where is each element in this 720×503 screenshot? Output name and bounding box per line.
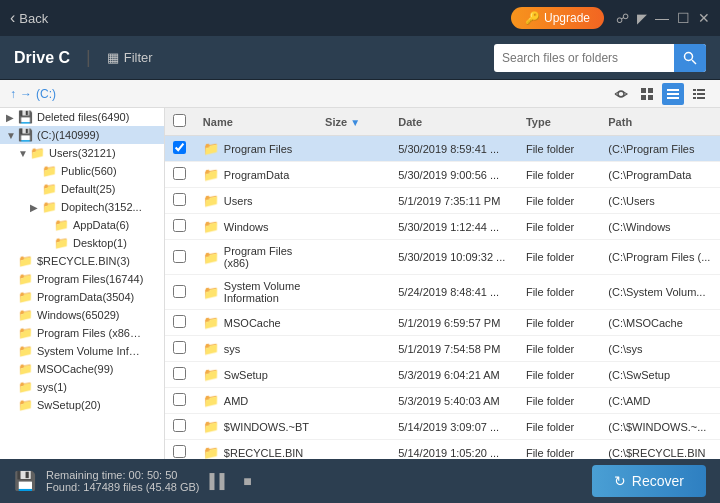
sidebar-item-public[interactable]: 📁 Public(560) [0,162,164,180]
svg-rect-11 [697,89,705,91]
table-row[interactable]: 📁 $WINDOWS.~BT 5/14/2019 3:09:07 ... Fil… [165,414,720,440]
row-checkbox-cell [165,362,195,388]
row-checkbox[interactable] [173,141,186,154]
toggle-icon [30,184,42,195]
row-path-cell: (C:\Program Files (... [600,240,720,275]
table-row[interactable]: 📁 Program Files (x86) 5/30/2019 10:09:32… [165,240,720,275]
taskbar-icon[interactable]: ☍ [616,11,629,26]
table-row[interactable]: 📁 ProgramData 5/30/2019 9:00:56 ... File… [165,162,720,188]
table-row[interactable]: 📁 Users 5/1/2019 7:35:11 PM File folder … [165,188,720,214]
svg-rect-5 [641,95,646,100]
row-checkbox[interactable] [173,193,186,206]
sidebar-item-msocache[interactable]: 📁 MSOCache(99) [0,360,164,378]
preview-view-icon[interactable] [610,83,632,105]
back-button[interactable]: ‹ Back [10,9,48,27]
sidebar-item-windows[interactable]: 📁 Windows(65029) [0,306,164,324]
row-type-cell: File folder [518,336,600,362]
row-path-cell: (C:\$WINDOWS.~... [600,414,720,440]
row-checkbox[interactable] [173,367,186,380]
file-list: Name Size ▼ Date Type Path 📁 Program Fil… [165,108,720,459]
sidebar-item-swsetup[interactable]: 📁 SwSetup(20) [0,396,164,414]
sidebar-item-sys[interactable]: 📁 sys(1) [0,378,164,396]
detail-view-icon[interactable] [688,83,710,105]
folder-icon: 📁 [18,362,34,376]
table-row[interactable]: 📁 AMD 5/3/2019 5:40:03 AM File folder (C… [165,388,720,414]
row-checkbox[interactable] [173,285,186,298]
table-row[interactable]: 📁 MSOCache 5/1/2019 6:59:57 PM File fold… [165,310,720,336]
row-checkbox[interactable] [173,167,186,180]
col-path-header[interactable]: Path [600,108,720,136]
row-type-cell: File folder [518,240,600,275]
row-checkbox[interactable] [173,315,186,328]
sidebar-item-default[interactable]: 📁 Default(25) [0,180,164,198]
sidebar-item-desktop[interactable]: 📁 Desktop(1) [0,234,164,252]
sidebar-item-label: Windows(65029) [37,309,120,321]
list-view-icon[interactable] [662,83,684,105]
row-size-cell [317,214,390,240]
col-type-header[interactable]: Type [518,108,600,136]
minimize-button[interactable]: — [655,10,669,26]
search-input[interactable] [494,51,674,65]
stop-button[interactable]: ■ [237,471,257,491]
row-date-cell: 5/3/2019 6:04:21 AM [390,362,518,388]
nav-up-icon[interactable]: ↑ [10,87,16,101]
table-row[interactable]: 📁 SwSetup 5/3/2019 6:04:21 AM File folde… [165,362,720,388]
upgrade-button[interactable]: 🔑 Upgrade [511,7,604,29]
col-size-header[interactable]: Size ▼ [317,108,390,136]
sidebar-item-deleted[interactable]: ▶ 💾 Deleted files(6490) [0,108,164,126]
sidebar-item-users[interactable]: ▼ 📁 Users(32121) [0,144,164,162]
table-row[interactable]: 📁 Windows 5/30/2019 1:12:44 ... File fol… [165,214,720,240]
sidebar-item-programfiles[interactable]: 📁 Program Files(16744) [0,270,164,288]
table-row[interactable]: 📁 System Volume Information 5/24/2019 8:… [165,275,720,310]
row-checkbox[interactable] [173,419,186,432]
folder-icon: 📁 [18,254,34,268]
sidebar-item-dopitech[interactable]: ▶ 📁 Dopitech(3152... [0,198,164,216]
folder-icon: 📁 [203,193,219,208]
nav-forward-icon[interactable]: → [20,87,32,101]
row-path-cell: (C:\$RECYCLE.BIN [600,440,720,460]
sidebar-item-sysvolinfo[interactable]: 📁 System Volume Inform... [0,342,164,360]
row-date-cell: 5/30/2019 9:00:56 ... [390,162,518,188]
row-checkbox[interactable] [173,250,186,263]
row-type-cell: File folder [518,214,600,240]
close-button[interactable]: ✕ [698,10,710,26]
row-size-cell [317,336,390,362]
sidebar-item-c-drive[interactable]: ▼ 💾 (C:)(140999) [0,126,164,144]
sidebar-item-programdata[interactable]: 📁 ProgramData(3504) [0,288,164,306]
table-row[interactable]: 📁 Program Files 5/30/2019 8:59:41 ... Fi… [165,136,720,162]
file-name: MSOCache [224,317,281,329]
recover-button[interactable]: ↻ Recover [592,465,706,497]
toggle-icon [30,166,42,177]
grid-view-icon[interactable] [636,83,658,105]
sidebar-item-recycle[interactable]: 📁 $RECYCLE.BIN(3) [0,252,164,270]
row-name-cell: 📁 Program Files [195,136,317,162]
svg-rect-9 [667,97,679,99]
table-row[interactable]: 📁 $RECYCLE.BIN 5/14/2019 1:05:20 ... Fil… [165,440,720,460]
breadcrumb-path[interactable]: (C:) [36,87,56,101]
filter-button[interactable]: ▦ Filter [107,50,153,65]
row-checkbox[interactable] [173,341,186,354]
row-path-cell: (C:\ProgramData [600,162,720,188]
row-checkbox[interactable] [173,445,186,458]
toggle-icon [6,364,18,375]
row-checkbox[interactable] [173,219,186,232]
sidebar-item-appdata[interactable]: 📁 AppData(6) [0,216,164,234]
cast-icon[interactable]: ◤ [637,11,647,26]
col-name-header[interactable]: Name [195,108,317,136]
row-type-cell: File folder [518,440,600,460]
folder-icon: 📁 [203,419,219,434]
table-row[interactable]: 📁 sys 5/1/2019 7:54:58 PM File folder (C… [165,336,720,362]
row-checkbox[interactable] [173,393,186,406]
col-date-header[interactable]: Date [390,108,518,136]
row-checkbox-cell [165,188,195,214]
sidebar-item-programfiles86[interactable]: 📁 Program Files (x86)(22... [0,324,164,342]
file-name: Windows [224,221,269,233]
maximize-button[interactable]: ☐ [677,10,690,26]
select-all-checkbox[interactable] [173,114,186,127]
svg-point-0 [685,52,693,60]
search-button[interactable] [674,44,706,72]
recover-label: Recover [632,473,684,489]
toggle-icon: ▶ [30,202,42,213]
row-date-cell: 5/30/2019 8:59:41 ... [390,136,518,162]
pause-button[interactable]: ▌▌ [209,471,229,491]
